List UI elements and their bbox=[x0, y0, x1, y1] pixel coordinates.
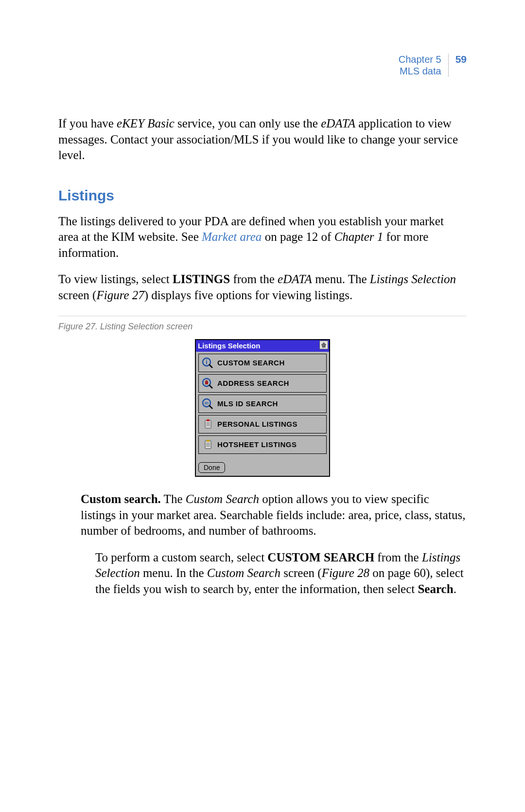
svg-marker-5 bbox=[205, 380, 209, 384]
page: Chapter 5 MLS data 59 If you have eKEY B… bbox=[0, 0, 525, 812]
custom-search-paragraph-2: To perform a custom search, select CUSTO… bbox=[95, 550, 467, 597]
pda-item-custom-search[interactable]: i CUSTOM SEARCH bbox=[198, 354, 327, 372]
option-name: Custom Search bbox=[186, 492, 259, 505]
pda-title-text: Listings Selection bbox=[198, 341, 260, 351]
text: To view listings, select bbox=[58, 272, 173, 286]
clipboard-red-icon bbox=[201, 418, 214, 430]
page-number: 59 bbox=[449, 54, 467, 77]
body: If you have eKEY Basic service, you can … bbox=[58, 116, 467, 597]
pda-item-label: HOTSHEET LISTINGS bbox=[217, 440, 297, 450]
pda-item-label: ADDRESS SEARCH bbox=[217, 379, 289, 388]
search-house-icon bbox=[201, 378, 214, 389]
menu-name: LISTINGS bbox=[173, 272, 230, 286]
pda-list: i CUSTOM SEARCH ADDRESS SEARCH ID bbox=[196, 352, 329, 457]
pda-item-personal-listings[interactable]: PERSONAL LISTINGS bbox=[198, 415, 327, 433]
pda-title-bar: Listings Selection bbox=[196, 340, 329, 352]
figure-27: Listings Selection i CUSTOM SEARCH bbox=[58, 339, 467, 477]
product-name: eDATA bbox=[278, 272, 312, 286]
done-button-label: Done bbox=[204, 464, 220, 471]
figure-reference: Figure 28 bbox=[322, 566, 369, 579]
search-info-icon: i bbox=[201, 357, 214, 369]
figure-reference: Figure 27 bbox=[96, 289, 144, 302]
text: screen ( bbox=[280, 566, 322, 579]
svg-marker-0 bbox=[321, 343, 326, 347]
text: from the bbox=[374, 551, 422, 564]
svg-line-6 bbox=[209, 385, 212, 388]
text: The bbox=[161, 492, 186, 505]
pda-item-mls-id-search[interactable]: ID MLS ID SEARCH bbox=[198, 395, 327, 413]
text: To perform a custom search, select bbox=[95, 551, 267, 564]
svg-text:i: i bbox=[206, 359, 208, 365]
text: menu. In the bbox=[140, 566, 207, 579]
figure-caption: Figure 27. Listing Selection screen bbox=[58, 321, 467, 332]
screen-name: Listings Selection bbox=[370, 272, 456, 286]
header-chapter-block: Chapter 5 MLS data bbox=[399, 54, 449, 77]
figure-rule bbox=[58, 316, 467, 316]
home-icon[interactable] bbox=[319, 341, 328, 349]
page-header: Chapter 5 MLS data 59 bbox=[58, 54, 467, 77]
product-name: eKEY Basic bbox=[117, 117, 175, 130]
text: . bbox=[454, 582, 456, 595]
pda-item-label: MLS ID SEARCH bbox=[217, 399, 278, 409]
listings-paragraph-2: To view listings, select LISTINGS from t… bbox=[58, 271, 467, 303]
custom-search-paragraph-1: Custom search. The Custom Search option … bbox=[81, 491, 467, 539]
svg-text:ID: ID bbox=[205, 401, 209, 405]
term: Custom search. bbox=[81, 492, 161, 505]
pda-item-hotsheet-listings[interactable]: HOTSHEET LISTINGS bbox=[198, 435, 327, 454]
text: on page 12 of bbox=[262, 230, 334, 243]
svg-line-3 bbox=[209, 364, 212, 368]
text: service, you can only use the bbox=[175, 117, 321, 130]
cross-reference-link[interactable]: Market area bbox=[202, 230, 262, 243]
header-chapter: Chapter 5 bbox=[399, 54, 441, 65]
intro-paragraph: If you have eKEY Basic service, you can … bbox=[58, 116, 467, 163]
search-id-icon: ID bbox=[201, 398, 214, 410]
product-name: eDATA bbox=[321, 117, 355, 130]
pda-item-label: CUSTOM SEARCH bbox=[217, 358, 285, 368]
svg-line-9 bbox=[209, 405, 212, 409]
menu-name: CUSTOM SEARCH bbox=[267, 551, 374, 564]
svg-rect-16 bbox=[207, 440, 210, 442]
chapter-reference: Chapter 1 bbox=[334, 230, 384, 243]
done-button[interactable]: Done bbox=[198, 462, 225, 473]
section-heading-listings: Listings bbox=[58, 186, 467, 205]
header-section: MLS data bbox=[399, 65, 441, 77]
text: ) displays five options for viewing list… bbox=[144, 289, 352, 302]
text: screen ( bbox=[58, 289, 96, 302]
screen-name: Custom Search bbox=[207, 566, 280, 579]
pda-item-label: PERSONAL LISTINGS bbox=[217, 419, 298, 429]
pda-screen: Listings Selection i CUSTOM SEARCH bbox=[195, 339, 330, 477]
text: menu. The bbox=[312, 272, 370, 286]
pda-item-address-search[interactable]: ADDRESS SEARCH bbox=[198, 374, 327, 393]
listings-paragraph-1: The listings delivered to your PDA are d… bbox=[58, 214, 467, 261]
svg-rect-11 bbox=[207, 419, 210, 421]
text: If you have bbox=[58, 117, 117, 130]
text: from the bbox=[230, 272, 278, 286]
clipboard-gold-icon bbox=[201, 439, 214, 451]
pda-footer: Done bbox=[196, 457, 329, 476]
button-name: Search bbox=[418, 582, 453, 595]
